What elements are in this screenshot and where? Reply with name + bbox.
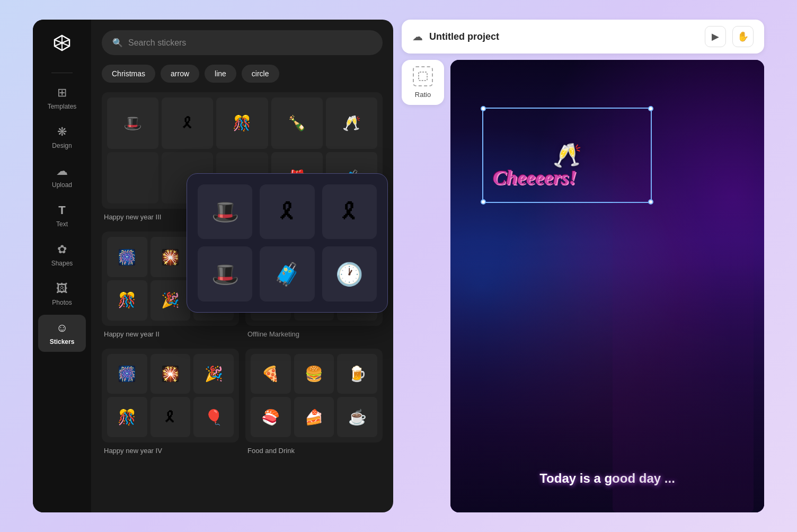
section-food-and-drink: 🍕 🍔 🍺 🍣 🍰 ☕ Food and Drink: [245, 349, 383, 457]
sticker-cell[interactable]: 🍔: [294, 354, 334, 394]
popup-sticker[interactable]: 🧳: [260, 246, 314, 301]
sticker-cell[interactable]: 🎆: [107, 354, 147, 394]
sidebar-item-photos[interactable]: 🖼 Photos: [38, 276, 86, 313]
tag-christmas[interactable]: Christmas: [102, 65, 155, 83]
sidebar-item-templates[interactable]: ⊞ Templates: [38, 79, 86, 117]
sticker-cell[interactable]: 🎊: [107, 280, 147, 321]
section-label: Offline Marketing: [245, 330, 383, 340]
header-bar: ☁ Untitled project ▶ ✋: [402, 20, 764, 54]
svg-rect-0: [419, 72, 427, 81]
tag-line[interactable]: line: [205, 65, 236, 83]
search-bar[interactable]: 🔍 Search stickers: [102, 30, 383, 55]
person-area: [613, 70, 754, 512]
corner-handle-tl[interactable]: [481, 106, 486, 111]
sticker-cell[interactable]: 🎊: [216, 97, 268, 149]
popup-grid: 🎩 🎗 🎗 🎩 🧳 🕐: [198, 184, 377, 302]
right-panel: ☁ Untitled project ▶ ✋ R: [402, 20, 764, 512]
photos-icon: 🖼: [56, 282, 68, 296]
sidebar-item-label: Design: [52, 142, 72, 149]
sidebar-item-label: Photos: [52, 299, 72, 306]
sidebar-item-stickers[interactable]: ☺ Stickers: [38, 315, 86, 352]
cursor-button[interactable]: ✋: [732, 26, 754, 47]
sticker-cell[interactable]: 🍾: [271, 97, 323, 149]
ratio-label: Ratio: [415, 91, 431, 99]
play-icon: ▶: [712, 31, 719, 42]
text-icon: T: [58, 203, 65, 217]
search-icon: 🔍: [112, 38, 123, 48]
left-panel: ⊞ Templates ❋ Design ☁ Upload T Text ✿ S…: [33, 20, 393, 512]
ratio-panel[interactable]: Ratio: [402, 60, 444, 105]
sticker-popup: 🎩 🎗 🎗 🎩 🧳 🕐: [187, 173, 388, 313]
header-right: ▶ ✋: [705, 26, 754, 47]
section-label: Food and Drink: [245, 447, 383, 457]
tag-row: Christmas arrow line circle: [102, 65, 383, 83]
tag-arrow[interactable]: arrow: [161, 65, 199, 83]
sidebar-item-upload[interactable]: ☁ Upload: [38, 158, 86, 195]
shapes-icon: ✿: [57, 243, 67, 256]
sticker-glasses: 🥂: [553, 141, 582, 170]
corner-handle-bl[interactable]: [481, 199, 486, 205]
sidebar-nav: ⊞ Templates ❋ Design ☁ Upload T Text ✿ S…: [33, 20, 91, 512]
sticker-cell[interactable]: 🎇: [150, 354, 191, 394]
play-button[interactable]: ▶: [705, 26, 726, 47]
section-label: Happy new year II: [102, 330, 239, 340]
templates-icon: ⊞: [57, 86, 67, 100]
sidebar-item-text[interactable]: T Text: [38, 197, 86, 234]
sidebar-item-shapes[interactable]: ✿ Shapes: [38, 236, 86, 273]
sidebar-item-label: Shapes: [51, 260, 73, 267]
sidebar-item-label: Text: [56, 220, 68, 228]
sticker-cell[interactable]: 🎩: [107, 97, 158, 149]
sticker-cell[interactable]: 🎗: [150, 397, 191, 437]
canvas-row: Ratio 🥂 Cheeeers!: [402, 60, 764, 512]
tag-circle[interactable]: circle: [242, 65, 279, 83]
sticker-cell[interactable]: 🎆: [107, 237, 147, 277]
app-logo: [49, 30, 75, 56]
header-left: ☁ Untitled project: [412, 30, 499, 43]
sticker-cell[interactable]: 🎗: [162, 97, 213, 149]
sticker-cell[interactable]: 🍰: [294, 397, 334, 437]
ratio-icon: [413, 66, 433, 86]
stickers-content-panel: 🔍 Search stickers Christmas arrow line c…: [91, 20, 393, 512]
sticker-cell[interactable]: 🎉: [193, 354, 234, 394]
cheers-sticker[interactable]: Cheeeers!: [493, 166, 577, 189]
popup-sticker[interactable]: 🎩: [198, 246, 252, 301]
sticker-cell[interactable]: 🎉: [150, 280, 191, 321]
header-save-icon: ☁: [412, 30, 423, 43]
section-happy-new-year-iv: 🎆 🎇 🎉 🎊 🎗 🎈 Happy new year IV: [102, 349, 239, 457]
sidebar-item-label: Upload: [52, 181, 72, 189]
video-canvas: 🥂 Cheeeers! Today is a good day ...: [450, 60, 764, 512]
sticker-cell[interactable]: 🍺: [337, 354, 377, 394]
sticker-cell[interactable]: ☕: [337, 397, 377, 437]
sidebar-item-label: Stickers: [50, 338, 75, 345]
design-icon: ❋: [57, 125, 67, 139]
sticker-cell[interactable]: 🍣: [251, 397, 291, 437]
sidebar-item-label: Templates: [48, 103, 77, 110]
popup-sticker[interactable]: 🎗: [260, 184, 314, 239]
sticker-sections-row-2: 🎆 🎇 🎉 🎊 🎗 🎈 Happy new year IV 🍕 🍔 🍺: [102, 349, 383, 465]
project-title: Untitled project: [429, 31, 499, 42]
popup-sticker[interactable]: 🕐: [322, 246, 377, 301]
cursor-icon: ✋: [737, 31, 749, 42]
upload-icon: ☁: [56, 164, 68, 178]
sidebar-item-design[interactable]: ❋ Design: [38, 119, 86, 156]
sticker-cell[interactable]: 🎇: [150, 237, 191, 277]
sticker-cell[interactable]: 🎊: [107, 397, 147, 437]
search-placeholder: Search stickers: [128, 38, 186, 48]
stickers-icon: ☺: [56, 321, 68, 335]
sticker-cell[interactable]: 🍕: [251, 354, 291, 394]
sticker-cell[interactable]: 🥂: [326, 97, 377, 149]
popup-sticker[interactable]: 🎗: [322, 184, 377, 239]
popup-sticker[interactable]: 🎩: [198, 184, 252, 239]
nav-divider: [51, 73, 73, 73]
sticker-cell[interactable]: 🎈: [193, 397, 234, 437]
section-label: Happy new year IV: [102, 447, 239, 457]
sticker-cell[interactable]: [107, 152, 158, 203]
